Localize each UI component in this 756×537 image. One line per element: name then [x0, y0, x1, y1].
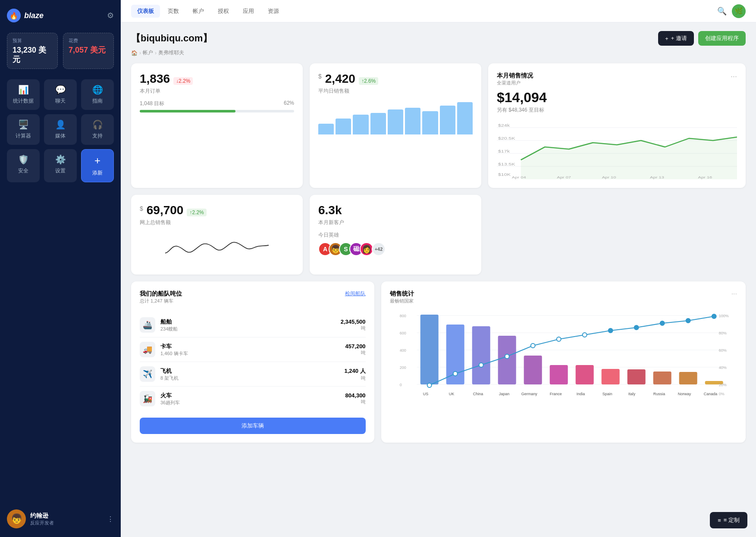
- guide-icon: 🌐: [92, 84, 103, 95]
- customize-label: ≡ 定制: [724, 516, 740, 524]
- sidebar-logo-row: 🔥 blaze ⚙: [7, 9, 114, 22]
- tab-account[interactable]: 帐户: [187, 5, 210, 18]
- customize-button[interactable]: ≡ ≡ 定制: [710, 512, 747, 528]
- logo-text: blaze: [24, 11, 44, 20]
- monthly-sales-chart: $24k $20.5K $17k $13.5K $10K Apr 04 Apr …: [497, 119, 737, 179]
- breadcrumb-home-icon: 🏠: [131, 50, 138, 56]
- monthly-sales-note: 另有 $48,346 至目标: [497, 106, 737, 114]
- mini-bar: [336, 119, 351, 135]
- settings-icon[interactable]: ⚙: [107, 11, 114, 20]
- budget-label: 预算: [13, 37, 52, 44]
- mini-bar: [457, 102, 473, 134]
- budget-value: 13,230 美元: [13, 46, 52, 64]
- fleet-plane-amount: 1,240 人: [344, 367, 365, 375]
- monthly-sales-card: 本月销售情况 全渠道用户 ··· $14,094 另有 $48,346 至目标: [488, 63, 746, 188]
- svg-text:France: France: [549, 392, 562, 396]
- sales-stats-chart: 800 600 400 200 0: [390, 311, 737, 406]
- monthly-sales-more-icon[interactable]: ···: [731, 72, 737, 81]
- svg-text:China: China: [473, 392, 483, 396]
- top-navigation: 仪表板 页数 帐户 授权 应用 资源 🔍 🌿: [121, 0, 756, 22]
- svg-text:$13.5K: $13.5K: [498, 162, 516, 166]
- sales-stats-subtitle: 最畅销国家: [390, 298, 414, 304]
- nav-item-security[interactable]: 🛡️ 安全: [7, 149, 40, 182]
- page-header: 【biqubiqu.com】 + + 邀请 创建应用程序: [131, 31, 746, 46]
- add-vehicle-button[interactable]: 添加车辆: [140, 418, 366, 434]
- fleet-card: 我们的船队吨位 总计 1,247 辆车 检阅船队 🚢 船舶 234艘船 2,34…: [131, 281, 374, 443]
- nav-item-support[interactable]: 🎧 支持: [81, 114, 114, 145]
- orders-label: 本月订单: [140, 87, 294, 95]
- sales-stats-more-icon[interactable]: ···: [731, 290, 737, 309]
- currency-prefix: $: [318, 73, 322, 80]
- search-icon[interactable]: 🔍: [717, 6, 727, 16]
- fleet-title: 我们的船队吨位: [140, 290, 182, 298]
- nav-label-calc: 计算器: [16, 132, 31, 140]
- tab-auth[interactable]: 授权: [212, 5, 235, 18]
- main-content: 仪表板 页数 帐户 授权 应用 资源 🔍 🌿 【biqubiqu.com】 + …: [121, 0, 756, 537]
- fleet-link[interactable]: 检阅船队: [345, 290, 366, 297]
- svg-rect-27: [498, 336, 516, 384]
- fleet-ship-amount: 2,345,500: [341, 318, 366, 325]
- svg-point-44: [634, 325, 638, 330]
- fleet-ship-info: 船舶 234艘船: [160, 318, 336, 332]
- tab-dashboard[interactable]: 仪表板: [131, 5, 160, 18]
- nav-item-settings[interactable]: ⚙️ 设置: [44, 149, 77, 182]
- svg-text:Japan: Japan: [499, 392, 509, 396]
- orders-progress: 1,048 目标 62%: [140, 100, 294, 112]
- nav-tabs: 仪表板 页数 帐户 授权 应用 资源: [131, 5, 285, 18]
- nav-item-guide[interactable]: 🌐 指南: [81, 79, 114, 110]
- svg-point-37: [453, 372, 457, 376]
- expense-value: 7,057 美元: [69, 46, 108, 55]
- tab-resources[interactable]: 资源: [262, 5, 285, 18]
- nav-item-add[interactable]: + 添新: [81, 149, 114, 182]
- tab-pages[interactable]: 页数: [162, 5, 185, 18]
- svg-text:0%: 0%: [718, 392, 724, 396]
- nav-label-add: 添新: [92, 169, 103, 177]
- user-avatar: 👦: [7, 509, 26, 528]
- nav-item-chat[interactable]: 💬 聊天: [44, 79, 77, 110]
- topnav-avatar[interactable]: 🌿: [732, 4, 746, 18]
- svg-text:Spain: Spain: [602, 392, 612, 396]
- fleet-truck-info: 卡车 1,460 辆卡车: [160, 343, 340, 357]
- svg-point-36: [427, 383, 431, 387]
- calc-icon: 🖥️: [18, 119, 29, 130]
- svg-text:Apr 13: Apr 13: [650, 175, 664, 179]
- svg-point-45: [660, 321, 664, 325]
- nav-label-settings: 设置: [55, 167, 66, 175]
- tab-apps[interactable]: 应用: [237, 5, 260, 18]
- svg-text:$24k: $24k: [498, 123, 510, 128]
- hero-more-count: +42: [372, 242, 386, 256]
- fleet-plane-value: 1,240 人 吨: [344, 367, 365, 381]
- fleet-ship-unit: 吨: [341, 325, 366, 331]
- create-app-button[interactable]: 创建应用程序: [698, 31, 746, 46]
- user-more-icon[interactable]: ⋮: [107, 515, 114, 523]
- svg-text:$17k: $17k: [498, 149, 510, 153]
- invite-button[interactable]: + + 邀请: [658, 31, 694, 46]
- mini-bar: [353, 115, 368, 134]
- nav-item-media[interactable]: 👤 媒体: [44, 114, 77, 145]
- daily-sales-label: 平均日销售额: [318, 87, 473, 95]
- fleet-train-name: 火车: [160, 392, 340, 400]
- orders-badge: ↓2.2%: [173, 77, 193, 85]
- expense-card: 花费 7,057 美元: [63, 33, 114, 69]
- fleet-train-value: 804,300 吨: [345, 392, 366, 405]
- svg-point-39: [505, 354, 509, 359]
- total-sales-label: 网上总销售额: [140, 219, 294, 226]
- nav-label-media: 媒体: [55, 132, 66, 140]
- nav-label-chat: 聊天: [55, 97, 66, 105]
- nav-item-calc[interactable]: 🖥️ 计算器: [7, 114, 40, 145]
- svg-point-38: [479, 363, 483, 367]
- svg-text:US: US: [423, 392, 428, 396]
- svg-text:UK: UK: [449, 392, 454, 396]
- breadcrumb-account[interactable]: 帐户: [143, 49, 153, 56]
- settings-nav-icon: ⚙️: [55, 154, 66, 165]
- monthly-sales-title: 本月销售情况: [497, 72, 533, 80]
- monthly-sales-subtitle: 全渠道用户: [497, 80, 533, 86]
- topnav-right: 🔍 🌿: [717, 4, 746, 18]
- nav-label-guide: 指南: [92, 97, 103, 105]
- fleet-ship-detail: 234艘船: [160, 326, 336, 332]
- user-name: 约翰逊: [30, 512, 103, 520]
- support-icon: 🎧: [92, 119, 103, 130]
- mini-bar: [405, 108, 420, 135]
- nav-item-stats[interactable]: 📊 统计数据: [7, 79, 40, 110]
- ship-icon: 🚢: [140, 317, 155, 333]
